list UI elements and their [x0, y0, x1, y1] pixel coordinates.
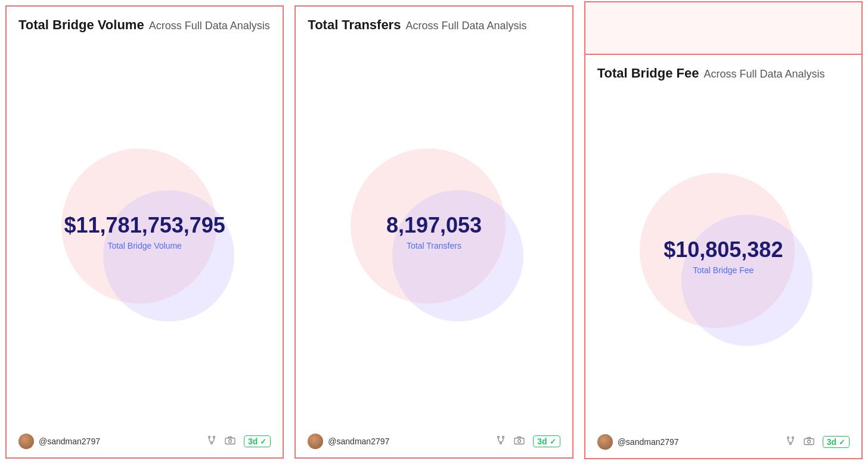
svg-point-0	[208, 437, 210, 438]
badge-3d-1: 3d ✓	[244, 435, 271, 447]
fork-icon-2[interactable]	[496, 435, 506, 447]
card-title-sub-3: Across Full Data Analysis	[703, 68, 824, 81]
footer-left-3: @sandman2797	[597, 434, 679, 450]
card-top-partial	[584, 1, 863, 54]
bubble-label-1: Total Bridge Volume	[64, 241, 225, 250]
bubble-value-1: $11,781,753,795	[64, 214, 225, 237]
badge-3d-3: 3d ✓	[823, 436, 850, 448]
bubble-text-2: 8,197,053 Total Transfers	[386, 214, 482, 250]
avatar-1	[18, 434, 34, 449]
card-header-1: Total Bridge Volume Across Full Data Ana…	[7, 7, 283, 39]
svg-point-15	[792, 437, 793, 439]
card-header-2: Total Transfers Across Full Data Analysi…	[296, 7, 572, 39]
footer-icons-1: 3d ✓	[207, 435, 271, 447]
avatar-inner-2	[308, 434, 323, 449]
avatar-inner-3	[597, 434, 613, 450]
camera-icon-2[interactable]	[514, 436, 525, 447]
card-title-sub-2: Across Full Data Analysis	[405, 20, 526, 32]
svg-point-13	[518, 440, 521, 443]
card-footer-2: @sandman2797	[296, 425, 572, 457]
svg-point-7	[498, 437, 500, 438]
footer-icons-3: 3d ✓	[786, 436, 850, 448]
footer-left-2: @sandman2797	[308, 434, 389, 449]
bubble-value-2: 8,197,053	[386, 214, 482, 237]
bubble-lavender-3	[681, 215, 813, 346]
footer-icons-2: 3d ✓	[496, 435, 560, 447]
svg-rect-5	[225, 438, 235, 444]
card-bridge-volume: Total Bridge Volume Across Full Data Ana…	[5, 5, 284, 459]
card-title-sub-1: Across Full Data Analysis	[149, 20, 270, 32]
card-title-bold-1: Total Bridge Volume	[18, 17, 144, 33]
card-footer-1: @sandman2797	[7, 425, 283, 457]
username-3: @sandman2797	[618, 437, 679, 447]
username-1: @sandman2797	[39, 437, 100, 446]
fork-icon-1[interactable]	[207, 435, 216, 447]
camera-icon-3[interactable]	[804, 437, 814, 448]
svg-point-1	[213, 437, 215, 438]
username-2: @sandman2797	[328, 437, 389, 446]
card-title-bold-2: Total Transfers	[308, 17, 401, 33]
badge-check-1: ✓	[260, 437, 266, 446]
card-title-row-3: Total Bridge Fee Across Full Data Analys…	[597, 66, 850, 81]
card-total-transfers: Total Transfers Across Full Data Analysi…	[294, 5, 573, 459]
bubble-label-3: Total Bridge Fee	[664, 265, 783, 275]
camera-icon-1[interactable]	[225, 436, 235, 447]
bubble-lavender-2	[392, 190, 523, 321]
card-body-1: $11,781,753,795 Total Bridge Volume	[7, 39, 283, 425]
card-body-2: 8,197,053 Total Transfers	[296, 39, 572, 425]
cards-container: Total Bridge Volume Across Full Data Ana…	[0, 0, 868, 464]
svg-point-8	[503, 437, 504, 438]
svg-point-6	[228, 440, 231, 443]
bubble-value-3: $10,805,382	[664, 238, 783, 262]
card-bridge-fee: Total Bridge Fee Across Full Data Analys…	[584, 54, 863, 459]
bubble-container-2: 8,197,053 Total Transfers	[345, 143, 523, 321]
badge-label-2: 3d	[537, 437, 547, 446]
svg-rect-19	[804, 438, 814, 444]
avatar-3	[597, 434, 613, 450]
badge-3d-2: 3d ✓	[533, 435, 560, 447]
footer-left-1: @sandman2797	[18, 434, 100, 449]
avatar-inner-1	[18, 434, 34, 449]
badge-check-3: ✓	[839, 438, 845, 447]
card-footer-3: @sandman2797	[585, 426, 861, 458]
bubble-text-1: $11,781,753,795 Total Bridge Volume	[64, 214, 225, 250]
bubble-container-3: $10,805,382 Total Bridge Fee	[634, 167, 813, 346]
card-title-bold-3: Total Bridge Fee	[597, 66, 699, 81]
card-title-row-1: Total Bridge Volume Across Full Data Ana…	[18, 17, 271, 33]
card-title-row-2: Total Transfers Across Full Data Analysi…	[308, 17, 560, 33]
bubble-container-1: $11,781,753,795 Total Bridge Volume	[55, 143, 234, 321]
svg-rect-12	[514, 438, 524, 444]
svg-point-14	[787, 437, 789, 439]
svg-point-20	[807, 440, 810, 443]
bubble-text-3: $10,805,382 Total Bridge Fee	[664, 238, 783, 275]
bubble-label-2: Total Transfers	[386, 241, 482, 250]
card-body-3: $10,805,382 Total Bridge Fee	[585, 87, 861, 426]
card-header-3: Total Bridge Fee Across Full Data Analys…	[585, 55, 861, 87]
badge-check-2: ✓	[550, 437, 556, 446]
badge-label-3: 3d	[827, 437, 836, 447]
badge-label-1: 3d	[248, 437, 258, 446]
avatar-2	[308, 434, 323, 449]
fork-icon-3[interactable]	[786, 436, 795, 448]
bubble-lavender-1	[103, 190, 234, 321]
